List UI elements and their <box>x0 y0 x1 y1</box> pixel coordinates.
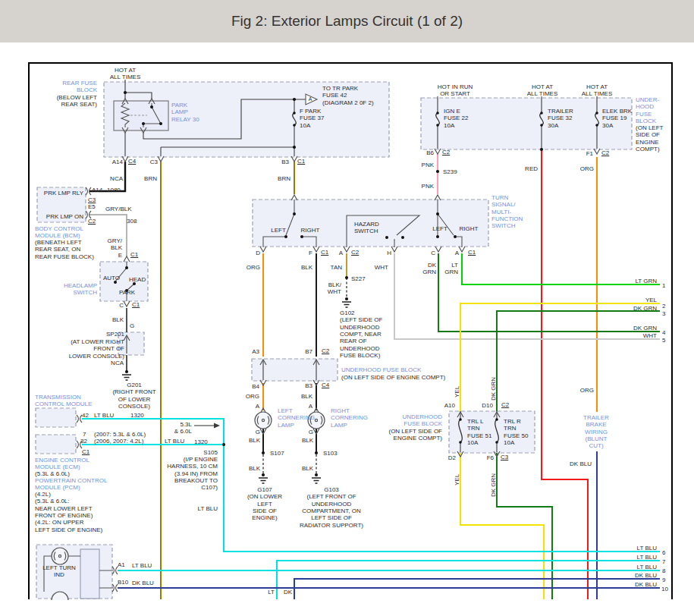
red-1-label: RED <box>525 165 538 172</box>
underhood-right-loc-label: (ON LEFT SIDE OF ENGINE COMPT) <box>636 124 663 152</box>
blk-wht-label: BLK/ WHT <box>328 281 341 296</box>
uh-small-loc-label: (ON LEFT SIDE OF ENGINE COMPT) <box>341 374 445 381</box>
dk-blu-1-label: DK BLU <box>570 460 592 467</box>
exit-1-num-label: 1 <box>662 282 665 289</box>
gry-blk-2-label: GRY/ BLK <box>108 237 122 252</box>
exit-9-num-label: 9 <box>662 577 665 583</box>
s105-label: S105 <box>203 449 218 456</box>
conn-e-hls-label: E <box>118 252 122 259</box>
f-park-fuse-label: F PARK FUSE 37 10A <box>300 108 324 129</box>
sp201-loc-label: (AT LOWER RIGHT FRONT OF LOWER CONSOLE) <box>69 338 124 360</box>
ecm-note-label: (5.3L & 6.0L) <box>35 470 70 477</box>
s239-label: S239 <box>443 168 457 175</box>
w1320-2-label: 1320 <box>194 438 208 445</box>
uh-mid-loc-label: (ON LEFT SIDE OF ENGINE COMPT) <box>388 428 442 442</box>
turn-signal-label: TURN SIGNAL/ MULTI- FUNCTION SWITCH <box>491 194 523 230</box>
conn-c2-bcm-label: C2 <box>88 218 96 225</box>
ts-right-2-label: RIGHT <box>460 225 479 232</box>
bcm-label: BODY CONTROL MODULE (BCM) <box>35 225 83 240</box>
pin-32-label: 32 <box>80 438 87 445</box>
pin-42-label: 42 <box>82 412 89 419</box>
conn-c2-trl-label: C2 <box>501 401 509 408</box>
pcm-note-label: (4.2L) (5.3L & 6.0L: NEAR LOWER LEFT FRO… <box>35 491 102 533</box>
conn-c1-hls-top-label: C1 <box>130 251 138 258</box>
w1320-1-label: 1320 <box>130 412 144 419</box>
pin-a-hazard-label: A <box>339 250 343 256</box>
exit-7-num-label: 7 <box>662 558 665 565</box>
trl-r-fuse-label: TRL R TRN FUSE 50 10A <box>504 418 528 446</box>
dkgrn-v1-label: DK GRN <box>490 377 497 401</box>
lt-grn-1-label: LT GRN <box>444 262 458 276</box>
dk-grn-1-label: DK GRN <box>422 262 436 276</box>
nca-2-label: NCA <box>111 360 124 366</box>
exit-10-num-label: 10 <box>661 586 668 592</box>
exit-8-label-label: LT BLU <box>637 564 657 570</box>
pcm-label: POWERTRAIN CONTROL MODULE (PCM) <box>35 477 107 492</box>
exit-3-label-label: DK GRN <box>633 305 657 312</box>
g-splice-label: G <box>130 322 134 329</box>
hot-at-rear-label: HOT AT ALL TIMES <box>110 67 140 81</box>
bcm-loc-label: (BENEATH LEFT REAR SEAT, ON REAR FUSE BL… <box>35 239 94 260</box>
exit-3-num-label: 3 <box>662 310 665 317</box>
wiring-diagram-page: Fig 2: Exterior Lamps Circuit (1 of 2) <box>0 0 694 616</box>
conn-c2-b7-label: C2 <box>322 347 329 354</box>
pin-d-label: D <box>256 250 260 256</box>
left-turn-ind-label: LEFT TURN IND <box>42 564 76 579</box>
note-7-label: (2007: 5.3L & 6.0L) <box>94 431 146 438</box>
org-1-label: ORG <box>580 165 594 172</box>
exit-8-num-label: 8 <box>662 567 665 574</box>
ecm-label: ENGINE CONTROL MODULE (ECM) <box>35 457 89 471</box>
head-label: HEAD <box>129 276 146 283</box>
conn-c1-ecm-label: C1 <box>82 448 89 455</box>
conn-e5-label: E5 <box>88 203 96 210</box>
pin-a2-ts-label: A <box>455 250 459 256</box>
w1080-label: 1080 <box>107 187 121 193</box>
exit-5-label-label: WHT <box>643 332 657 339</box>
pin-g-llamp-label: G <box>256 429 260 435</box>
nca-1-label: NCA <box>110 175 123 182</box>
exit-6-num-label: 6 <box>662 549 665 556</box>
blk-6-label: BLK <box>249 465 260 472</box>
conn-c1-b3-label: C1 <box>297 158 305 165</box>
ts-left-2-label: LEFT <box>432 225 447 232</box>
uh-small-label: UNDERHOOD FUSE BLOCK <box>341 366 421 373</box>
trailer-brake-label: TRAILER BRAKE WIRING (BLUNT CUT) <box>583 414 609 450</box>
conn-d2-label: D2 <box>448 454 456 461</box>
pin-a14-label: A14 <box>92 187 102 193</box>
conn-c3-trl-label: C3 <box>501 454 508 460</box>
conn-b3-label: B3 <box>281 159 289 165</box>
brn-1-label: BRN <box>144 175 157 182</box>
triangle-a-label: A <box>309 96 312 102</box>
pnk-2-label: PNK <box>422 183 434 190</box>
exit-2-label-label: YEL <box>645 297 657 303</box>
lt-blu-a1-label: LT BLU <box>132 562 152 569</box>
underhood-right-label: UNDER- HOOD FUSE BLOCK <box>636 96 659 124</box>
conn-b3-uh-label: B3 <box>305 382 312 389</box>
lt-blu-32-label: LT BLU <box>165 438 184 445</box>
dk-blu-b10-label: DK BLU <box>132 580 154 586</box>
conn-c2-f1-label: C2 <box>601 149 609 156</box>
s103-label: S103 <box>323 450 338 457</box>
tcm-label: TRANSMISSION CONTROL MODULE <box>35 394 92 408</box>
sp201-label: SP201 <box>106 331 124 338</box>
conn-c4-label: C4 <box>128 158 136 165</box>
yel-v2-label: YEL <box>454 474 460 486</box>
blk-5-label: BLK <box>302 437 313 444</box>
ign-e-fuse-label: IGN E FUSE 22 10A <box>444 108 468 129</box>
conn-c2-b6-label: C2 <box>442 149 450 156</box>
blk-hls-label: BLK <box>112 316 124 323</box>
conn-c4-uh-label: C4 <box>322 382 329 388</box>
hazard-switch-label: HAZARD SWITCH <box>354 221 379 235</box>
gry-blk-1-label: GRY/BLK <box>105 206 132 212</box>
hot-in-run-label: HOT IN RUN OR START <box>438 83 473 98</box>
pnk-1-label: PNK <box>422 162 434 168</box>
conn-d10-label: D10 <box>482 402 493 409</box>
elek-brk-fuse-label: ELEK BRK FUSE 19 30A <box>602 108 632 129</box>
conn-a14-label: A14 <box>112 159 123 165</box>
lt-cut-label: LT <box>268 589 275 596</box>
lt-blu-s105-label: LT BLU <box>198 505 218 512</box>
g102-label: G102 (LEFT SIDE OF UNDERHOOD COMPT, NEAR… <box>340 310 382 360</box>
conn-a10-label: A10 <box>444 402 455 409</box>
conn-f1-label: F1 <box>586 150 593 157</box>
yel-v1-label: YEL <box>454 386 460 398</box>
